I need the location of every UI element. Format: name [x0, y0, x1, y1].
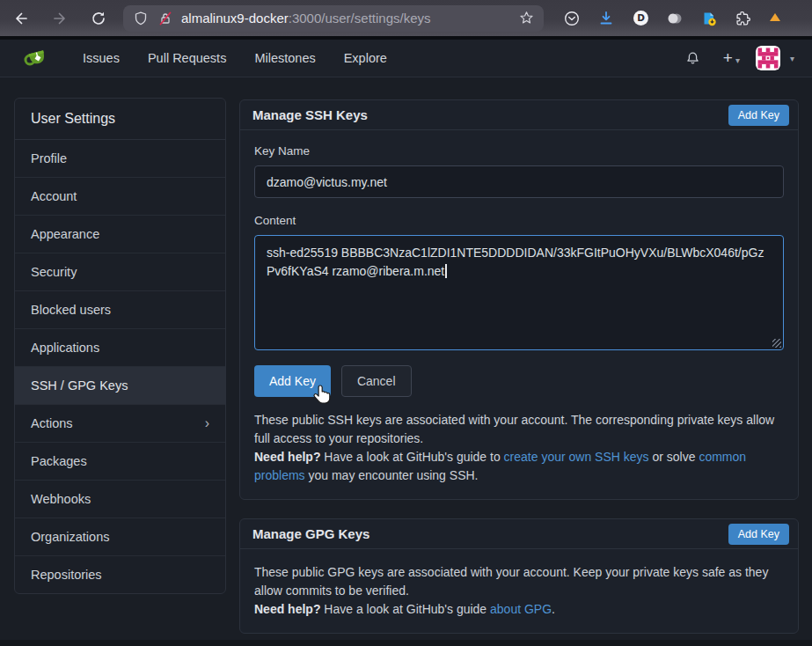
gpg-add-key-toggle-button[interactable]: Add Key — [728, 524, 789, 545]
chevron-right-icon: › — [205, 416, 209, 430]
ssh-panel-title: Manage SSH Keys — [252, 107, 368, 122]
avatar-chevron-down-icon[interactable]: ▾ — [790, 54, 794, 63]
content-label: Content — [254, 214, 784, 227]
insecure-lock-icon[interactable] — [157, 10, 174, 27]
page-content: User Settings Profile Account Appearance… — [0, 78, 812, 640]
add-key-submit-button[interactable]: Add Key — [254, 365, 331, 397]
key-name-input[interactable] — [254, 165, 784, 198]
shield-icon[interactable] — [132, 10, 150, 27]
sidebar-item-webhooks[interactable]: Webhooks — [15, 481, 225, 518]
chevron-down-icon: ▾ — [735, 55, 740, 65]
sidebar-item-repositories[interactable]: Repositories — [15, 556, 225, 593]
textarea-resize-handle[interactable] — [772, 339, 781, 348]
browser-toolbar: almalinux9-docker:3000/user/settings/key… — [0, 0, 812, 36]
sidebar-item-actions[interactable]: Actions› — [15, 405, 225, 443]
settings-sidebar: User Settings Profile Account Appearance… — [14, 98, 226, 594]
svg-text:D: D — [637, 12, 645, 23]
gpg-panel-title: Manage GPG Keys — [252, 526, 369, 541]
sidebar-item-packages[interactable]: Packages — [15, 443, 225, 481]
ssh-guide-link[interactable]: create your own SSH keys — [504, 450, 649, 464]
ssh-keys-panel: Manage SSH Keys Add Key Key Name Content… — [239, 99, 799, 500]
nav-pull-requests[interactable]: Pull Requests — [134, 51, 240, 65]
sidebar-title: User Settings — [15, 99, 225, 140]
sidebar-item-organizations[interactable]: Organizations — [15, 518, 225, 556]
gpg-help-text: These public GPG keys are associated wit… — [254, 563, 784, 619]
sidebar-item-blocked-users[interactable]: Blocked users — [15, 291, 225, 329]
sidebar-item-account[interactable]: Account — [15, 178, 225, 216]
update-badge — [770, 13, 780, 21]
sidebar-item-security[interactable]: Security — [15, 253, 225, 291]
sidebar-item-ssh-gpg-keys[interactable]: SSH / GPG Keys — [15, 367, 225, 405]
key-content-textarea[interactable]: ssh-ed25519 BBBBC3NzaC1lZDI1NTE5DDDDIDAN… — [254, 235, 784, 350]
bookmark-star-icon[interactable] — [517, 10, 535, 27]
ssh-help-text: These public SSH keys are associated wit… — [254, 411, 784, 485]
notifications-bell-icon[interactable] — [684, 49, 702, 67]
forward-icon[interactable] — [51, 10, 69, 27]
nav-explore[interactable]: Explore — [330, 51, 401, 65]
gpg-guide-link[interactable]: about GPG — [490, 602, 552, 616]
darkreader-extension-icon[interactable]: D — [632, 10, 649, 27]
bottom-strip — [0, 640, 812, 646]
sidebar-item-appearance[interactable]: Appearance — [15, 216, 225, 253]
url-text: almalinux9-docker:3000/user/settings/key… — [181, 11, 510, 26]
gpg-keys-panel: Manage GPG Keys Add Key These public GPG… — [239, 518, 799, 634]
key-name-label: Key Name — [254, 144, 784, 158]
reload-icon[interactable] — [90, 10, 107, 27]
site-navbar: Issues Pull Requests Milestones Explore … — [0, 40, 812, 77]
sidebar-item-applications[interactable]: Applications — [15, 329, 225, 367]
nav-links: Issues Pull Requests Milestones Explore — [69, 51, 401, 65]
create-new-button[interactable]: +▾ — [723, 48, 740, 68]
privacy-extension-icon[interactable] — [666, 10, 684, 27]
sidebar-item-profile[interactable]: Profile — [15, 140, 225, 178]
user-avatar[interactable] — [756, 46, 780, 70]
text-caret — [445, 264, 447, 278]
ssh-add-key-toggle-button[interactable]: Add Key — [728, 105, 789, 126]
gitea-logo-icon[interactable] — [23, 45, 49, 71]
back-icon[interactable] — [12, 10, 30, 27]
extensions-puzzle-icon[interactable] — [735, 10, 752, 27]
main-column: Manage SSH Keys Add Key Key Name Content… — [239, 99, 799, 634]
url-bar[interactable]: almalinux9-docker:3000/user/settings/key… — [123, 5, 544, 32]
pocket-icon[interactable] — [563, 10, 581, 27]
nav-milestones[interactable]: Milestones — [240, 51, 329, 65]
nav-issues[interactable]: Issues — [69, 51, 134, 65]
document-extension-icon[interactable] — [700, 10, 718, 27]
downloads-icon[interactable] — [597, 10, 615, 27]
cancel-button[interactable]: Cancel — [341, 365, 412, 397]
